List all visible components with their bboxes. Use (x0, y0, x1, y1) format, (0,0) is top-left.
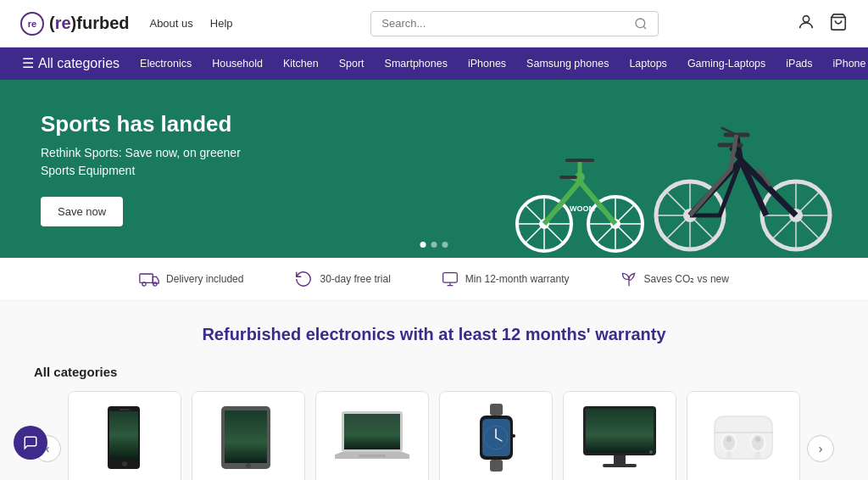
hero-subtitle: Rethink Sports: Save now, on greenerSpor… (41, 144, 241, 180)
svg-rect-67 (603, 464, 637, 467)
svg-point-76 (755, 437, 760, 442)
svg-rect-66 (614, 455, 626, 464)
audio-image (705, 404, 782, 472)
nav-item-iphone13[interactable]: iPhone 13 (825, 54, 868, 73)
category-card-audio[interactable]: Audio (687, 391, 800, 480)
svg-point-2 (803, 16, 809, 22)
hero-image: WOOM (512, 101, 843, 258)
nav-item-iphones[interactable]: iPhones (459, 54, 515, 73)
phones-icon (95, 405, 154, 471)
chat-icon (23, 435, 38, 450)
dot-3[interactable] (442, 242, 448, 248)
hero-dots (420, 242, 448, 248)
svg-rect-44 (109, 411, 138, 459)
hero-save-now-button[interactable]: Save now (41, 197, 123, 226)
dot-2[interactable] (431, 242, 437, 248)
svg-text:WOOM: WOOM (570, 204, 595, 213)
monitors-icon (581, 405, 658, 471)
feature-eco: Saves CO₂ vs new (620, 270, 729, 288)
nav-all-label: All categories (38, 57, 120, 70)
feature-trial: 30-day free trial (294, 270, 390, 288)
svg-rect-78 (726, 451, 732, 460)
eco-icon (620, 270, 637, 288)
nav-item-electronics[interactable]: Electronics (131, 54, 200, 73)
svg-point-73 (726, 437, 732, 442)
logo-text: (re)furbed (49, 14, 129, 33)
hero-text: Sports has landed Rethink Sports: Save n… (41, 111, 241, 226)
dot-1[interactable] (420, 242, 426, 248)
cart-icon[interactable] (829, 13, 848, 34)
svg-point-0 (636, 19, 645, 28)
delivery-icon (139, 271, 159, 287)
header: re (re)furbed About us Help (0, 0, 868, 47)
svg-line-1 (643, 26, 646, 29)
warranty-icon (442, 270, 459, 288)
nav-item-ipads[interactable]: iPads (777, 54, 821, 73)
smartwatches-image (458, 404, 534, 472)
svg-rect-53 (344, 414, 400, 449)
nav-item-laptops[interactable]: Laptops (620, 54, 675, 73)
svg-rect-41 (442, 273, 457, 283)
feature-trial-label: 30-day free trial (320, 273, 390, 285)
nav-item-sport[interactable]: Sport (331, 54, 373, 73)
category-card-laptops[interactable]: Laptops (315, 391, 429, 480)
svg-rect-49 (225, 410, 267, 463)
laptops-icon (335, 408, 409, 467)
feature-warranty: Min 12-month warranty (442, 270, 570, 288)
feature-warranty-label: Min 12-month warranty (465, 273, 570, 285)
category-card-tablets[interactable]: Tablets (192, 391, 305, 480)
hero-banner: Sports has landed Rethink Sports: Save n… (0, 80, 868, 258)
nav-item-kitchen[interactable]: Kitchen (275, 54, 327, 73)
category-card-smartwatches[interactable]: Smartwatches (439, 391, 553, 480)
svg-rect-54 (359, 455, 386, 457)
svg-point-59 (512, 434, 515, 438)
feature-delivery-label: Delivery included (166, 273, 243, 285)
svg-rect-46 (120, 409, 130, 410)
svg-rect-38 (140, 274, 153, 282)
svg-rect-56 (490, 460, 503, 472)
header-icons (797, 13, 848, 34)
nav-item-samsung-phones[interactable]: Samsung phones (518, 54, 617, 73)
nav-item-household[interactable]: Household (203, 54, 271, 73)
carousel-next-button[interactable]: › (807, 435, 834, 462)
monitors-image (581, 404, 658, 472)
svg-point-40 (153, 282, 157, 286)
header-nav-help[interactable]: Help (210, 17, 233, 30)
kids-bike-icon: WOOM (512, 131, 648, 258)
tablets-icon (217, 405, 281, 471)
user-icon[interactable] (797, 13, 815, 34)
features-bar: Delivery included 30-day free trial Min … (0, 258, 868, 301)
phones-image (86, 404, 163, 472)
svg-rect-79 (755, 451, 760, 460)
tablets-image (210, 404, 287, 472)
smartwatches-icon (473, 404, 520, 472)
mountain-bike-icon (648, 101, 843, 258)
nav-item-smartphones[interactable]: Smartphones (376, 54, 456, 73)
category-list: Phones (68, 391, 800, 480)
all-categories-label: All categories (34, 365, 834, 379)
nav-bar: ☰ All categories Electronics Household K… (0, 47, 868, 80)
category-carousel: ‹ (34, 391, 834, 480)
section-title: Refurbished electronics with at least 12… (34, 325, 834, 344)
svg-point-39 (142, 282, 146, 286)
svg-point-50 (246, 463, 251, 468)
search-icon (634, 17, 648, 31)
category-card-phones[interactable]: Phones (68, 391, 181, 480)
header-nav: About us Help (149, 17, 232, 30)
svg-point-45 (122, 461, 127, 466)
logo[interactable]: re (re)furbed (20, 12, 129, 36)
nav-all-categories[interactable]: ☰ All categories (14, 53, 128, 74)
svg-rect-55 (490, 404, 503, 416)
nav-item-gaming-laptops[interactable]: Gaming-Laptops (679, 54, 774, 73)
logo-icon: re (20, 12, 44, 36)
search-bar (370, 11, 659, 36)
category-card-monitors[interactable]: Monitors (563, 391, 676, 480)
laptops-image (334, 404, 410, 472)
header-nav-about[interactable]: About us (149, 17, 192, 30)
feature-delivery: Delivery included (139, 270, 243, 288)
chat-button[interactable] (14, 426, 47, 460)
search-input[interactable] (381, 17, 634, 30)
svg-point-68 (649, 450, 653, 454)
main-content: Refurbished electronics with at least 12… (0, 301, 868, 480)
audio-icon (705, 407, 782, 468)
